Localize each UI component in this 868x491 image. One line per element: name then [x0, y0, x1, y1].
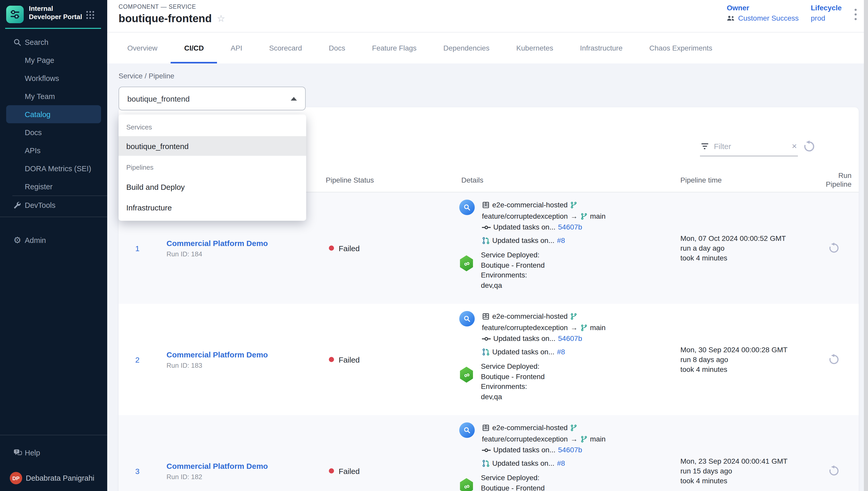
row-index: 3	[119, 415, 156, 491]
portal-logo-icon	[6, 6, 24, 23]
target-branch[interactable]: main	[590, 433, 606, 444]
sidebar-item-my-page[interactable]: My Page	[0, 51, 107, 69]
commit-message: Updated tasks on...	[493, 222, 555, 233]
pr-message: Updated tasks on...	[492, 235, 554, 246]
col-header-status: Pipeline Status	[315, 168, 451, 192]
tab-scorecard[interactable]: Scorecard	[256, 32, 315, 63]
sidebar-item-catalog[interactable]: Catalog	[6, 105, 101, 123]
sidebar-item-register[interactable]: Register	[0, 177, 107, 196]
run-date: Mon, 23 Sep 2024 00:00:41 GMT	[680, 456, 809, 466]
tab-overview[interactable]: Overview	[114, 32, 171, 63]
app-window: Internal Developer Portal Search My Page…	[0, 0, 868, 491]
sidebar: Internal Developer Portal Search My Page…	[0, 0, 107, 491]
owner-link[interactable]: Customer Success	[738, 14, 799, 22]
brand-accent-line	[5, 28, 101, 29]
run-id: Run ID: 183	[166, 361, 315, 369]
service-pipeline-select[interactable]: boutique_frontend	[119, 87, 306, 110]
failed-dot-icon	[329, 468, 334, 473]
commit-icon	[482, 447, 491, 453]
source-branch[interactable]: feature/corruptedexception	[482, 433, 568, 444]
tab-cicd[interactable]: CI/CD	[171, 32, 217, 63]
run-pipeline-icon[interactable]	[828, 354, 840, 365]
wrench-icon	[13, 201, 21, 209]
search-icon	[13, 38, 21, 46]
sidebar-item-label: Search	[25, 38, 49, 46]
deploy-service: Boutique - Frontend	[481, 483, 545, 491]
run-ago: run a day ago	[680, 243, 809, 253]
source-branch[interactable]: feature/corruptedexception	[482, 211, 568, 222]
ci-stage-icon	[459, 423, 475, 438]
branch-icon	[580, 435, 587, 443]
failed-dot-icon	[329, 246, 334, 251]
cd-stage-icon	[459, 367, 474, 383]
pr-message: Updated tasks on...	[492, 458, 554, 469]
sidebar-divider	[0, 216, 107, 217]
filter-input[interactable]	[713, 141, 787, 151]
sidebar-divider	[0, 435, 107, 435]
pipeline-link[interactable]: Commercial Platform Demo	[166, 238, 315, 247]
tab-chaos-experiments[interactable]: Chaos Experiments	[636, 32, 726, 63]
pr-link[interactable]: #8	[557, 235, 565, 246]
pull-request-icon	[482, 237, 490, 244]
run-pipeline-icon[interactable]	[828, 465, 840, 476]
repo-name[interactable]: e2e-commercial-hosted	[492, 200, 568, 211]
deploy-service: Boutique - Frontend	[481, 260, 545, 270]
commit-link[interactable]: 54607b	[558, 222, 582, 233]
arrow-right-icon	[570, 211, 578, 222]
commit-link[interactable]: 54607b	[558, 333, 582, 344]
pull-request-icon	[482, 460, 490, 467]
filter-icon	[701, 143, 709, 150]
tab-dependencies[interactable]: Dependencies	[430, 32, 503, 63]
arrow-right-icon	[570, 322, 578, 333]
dropdown-option-boutique-frontend[interactable]: boutique_frontend	[119, 136, 306, 156]
sidebar-item-search[interactable]: Search	[0, 33, 107, 51]
refresh-icon[interactable]	[803, 140, 815, 153]
repo-name[interactable]: e2e-commercial-hosted	[492, 311, 568, 322]
dropdown-option-infrastructure[interactable]: Infrastructure	[119, 197, 306, 218]
favorite-star-icon[interactable]	[217, 14, 225, 23]
pull-request-icon	[482, 348, 490, 356]
tab-docs[interactable]: Docs	[315, 32, 359, 63]
deploy-title: Service Deployed:	[481, 250, 545, 260]
gear-icon: ⚙	[13, 236, 21, 244]
deploy-envs: dev,qa	[481, 392, 545, 402]
pipeline-link[interactable]: Commercial Platform Demo	[166, 461, 315, 470]
lifecycle-value: prod	[811, 14, 825, 22]
commit-message: Updated tasks on...	[493, 444, 555, 456]
sidebar-item-help[interactable]: ? Help	[0, 443, 107, 462]
status-badge: Failed	[339, 244, 360, 253]
tab-feature-flags[interactable]: Feature Flags	[359, 32, 430, 63]
target-branch[interactable]: main	[590, 322, 606, 333]
tab-infrastructure[interactable]: Infrastructure	[567, 32, 636, 63]
sidebar-item-admin[interactable]: ⚙ Admin	[0, 231, 107, 249]
app-grid-icon[interactable]	[86, 10, 95, 20]
pr-link[interactable]: #8	[557, 346, 565, 357]
commit-icon	[482, 224, 491, 231]
sidebar-item-apis[interactable]: APIs	[0, 141, 107, 160]
tab-kubernetes[interactable]: Kubernetes	[503, 32, 566, 63]
run-pipeline-icon[interactable]	[828, 242, 840, 254]
user-menu[interactable]: DP Debabrata Panigrahi	[0, 468, 107, 488]
run-duration: took 4 minutes	[680, 253, 809, 263]
sidebar-item-devtools[interactable]: DevTools	[0, 196, 107, 214]
owner-label: Owner	[727, 4, 799, 12]
dropdown-group-pipelines: Pipelines	[119, 162, 306, 172]
col-header-run: Run Pipeline	[809, 168, 859, 192]
sidebar-item-workflows[interactable]: Workflows	[0, 69, 107, 87]
table-row: 3 Commercial Platform Demo Run ID: 182 F…	[119, 415, 859, 491]
commit-link[interactable]: 54607b	[558, 444, 582, 456]
sidebar-item-docs[interactable]: Docs	[0, 123, 107, 141]
pipeline-link[interactable]: Commercial Platform Demo	[166, 350, 315, 359]
pr-message: Updated tasks on...	[492, 346, 554, 357]
tab-api[interactable]: API	[217, 32, 256, 63]
source-branch[interactable]: feature/corruptedexception	[482, 322, 568, 333]
sidebar-item-dora-metrics[interactable]: DORA Metrics (SEI)	[0, 160, 107, 177]
pr-link[interactable]: #8	[557, 458, 565, 469]
page-scrollbar[interactable]	[864, 0, 868, 491]
target-branch[interactable]: main	[590, 211, 606, 222]
repo-name[interactable]: e2e-commercial-hosted	[492, 423, 568, 433]
clear-filter-icon[interactable]	[792, 142, 797, 151]
dropdown-option-build-and-deploy[interactable]: Build and Deploy	[119, 176, 306, 197]
sidebar-item-my-team[interactable]: My Team	[0, 87, 107, 105]
kebab-menu-icon[interactable]	[851, 8, 860, 21]
